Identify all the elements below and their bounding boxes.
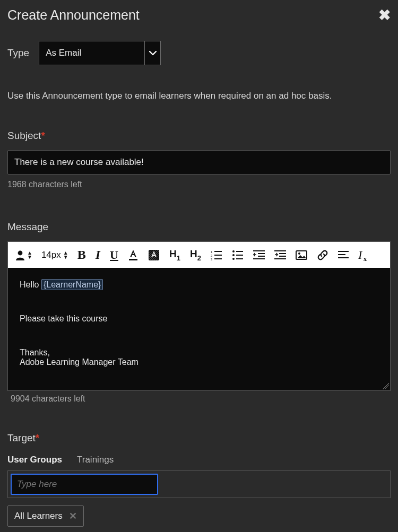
svg-rect-7 xyxy=(214,251,222,252)
svg-text:2: 2 xyxy=(211,254,213,257)
tab-user-groups[interactable]: User Groups xyxy=(7,455,62,465)
svg-rect-22 xyxy=(279,256,286,257)
message-body[interactable]: Hello {LearnerName} Please take this cou… xyxy=(8,268,390,390)
subject-block: Subject* 1968 characters left xyxy=(7,130,391,189)
message-line: Please take this course xyxy=(20,314,378,324)
svg-rect-27 xyxy=(338,254,345,255)
outdent-button[interactable] xyxy=(253,250,265,260)
type-value: As Email xyxy=(39,48,144,58)
svg-rect-23 xyxy=(274,258,286,259)
svg-rect-26 xyxy=(338,251,349,252)
rich-text-editor: ▲▼ 14px ▲▼ B I U H1 H2 123 xyxy=(7,241,391,391)
image-button[interactable] xyxy=(296,250,307,260)
svg-rect-19 xyxy=(253,258,265,259)
type-dropdown[interactable]: As Email xyxy=(39,41,161,65)
svg-rect-8 xyxy=(214,255,222,256)
svg-text:3: 3 xyxy=(211,258,213,260)
subject-counter: 1968 characters left xyxy=(7,180,391,189)
modal-title: Create Announcement xyxy=(7,7,140,23)
svg-rect-14 xyxy=(236,255,243,256)
chip-remove-icon[interactable]: ✕ xyxy=(69,510,77,522)
underline-button[interactable]: U xyxy=(110,248,118,262)
required-asterisk: * xyxy=(41,130,45,141)
learner-name-tag[interactable]: {LearnerName} xyxy=(41,279,103,290)
message-label: Message xyxy=(7,221,391,233)
user-font-group[interactable]: ▲▼ xyxy=(15,250,32,260)
font-size-selector[interactable]: 14px ▲▼ xyxy=(41,250,68,260)
svg-point-25 xyxy=(298,252,300,255)
message-line: Hello {LearnerName} xyxy=(20,280,378,290)
required-asterisk: * xyxy=(36,432,39,443)
svg-rect-21 xyxy=(279,253,286,254)
target-label: Target* xyxy=(7,432,391,444)
svg-rect-15 xyxy=(236,258,243,259)
sort-icon: ▲▼ xyxy=(63,251,68,259)
svg-rect-16 xyxy=(253,250,265,251)
svg-point-0 xyxy=(18,250,23,255)
create-announcement-modal: Create Announcement ✖ Type As Email Use … xyxy=(0,0,398,532)
type-help-text: Use this Announcement type to email lear… xyxy=(7,91,391,101)
svg-rect-18 xyxy=(258,256,265,257)
svg-point-12 xyxy=(232,258,235,260)
svg-text:1: 1 xyxy=(211,250,213,254)
subject-input[interactable] xyxy=(7,150,391,175)
highlight-button[interactable] xyxy=(148,249,160,261)
tab-trainings[interactable]: Trainings xyxy=(77,455,114,465)
heading1-button[interactable]: H1 xyxy=(169,248,180,261)
align-button[interactable] xyxy=(338,250,349,260)
heading2-button[interactable]: H2 xyxy=(190,248,201,261)
svg-rect-20 xyxy=(274,250,286,251)
bold-button[interactable]: B xyxy=(77,248,86,262)
target-chip[interactable]: All Learners ✕ xyxy=(7,505,84,527)
font-color-button[interactable] xyxy=(128,249,139,261)
message-line: Thanks, xyxy=(20,348,378,357)
target-input[interactable] xyxy=(11,474,158,495)
target-label-text: Target xyxy=(7,432,36,443)
svg-rect-9 xyxy=(214,258,222,259)
svg-point-10 xyxy=(232,250,235,252)
message-counter: 9904 characters left xyxy=(11,394,391,404)
message-block: Message ▲▼ 14px ▲▼ B I U xyxy=(7,221,391,404)
svg-rect-13 xyxy=(236,251,243,252)
editor-toolbar: ▲▼ 14px ▲▼ B I U H1 H2 123 xyxy=(8,242,390,268)
target-block: Target* User Groups Trainings All Learne… xyxy=(7,432,391,527)
font-size-value: 14px xyxy=(41,250,61,260)
chevron-down-icon xyxy=(144,41,160,65)
indent-button[interactable] xyxy=(274,250,286,260)
svg-rect-17 xyxy=(258,253,265,254)
type-row: Type As Email xyxy=(7,41,391,65)
message-line: Adobe Learning Manager Team xyxy=(20,357,378,367)
person-icon xyxy=(15,250,25,260)
subject-label: Subject* xyxy=(7,130,391,142)
close-icon[interactable]: ✖ xyxy=(378,8,391,23)
unordered-list-button[interactable] xyxy=(232,250,244,260)
link-button[interactable] xyxy=(317,249,328,261)
sort-icon: ▲▼ xyxy=(27,251,32,259)
svg-point-11 xyxy=(232,254,235,256)
chip-label: All Learners xyxy=(14,511,63,521)
target-tabs: User Groups Trainings xyxy=(7,455,391,465)
type-label: Type xyxy=(7,47,29,59)
clear-format-button[interactable]: Ix xyxy=(358,248,362,262)
italic-button[interactable]: I xyxy=(96,248,100,262)
subject-label-text: Subject xyxy=(7,130,41,141)
ordered-list-button[interactable]: 123 xyxy=(211,250,222,260)
target-field[interactable] xyxy=(7,470,391,498)
svg-rect-28 xyxy=(338,257,349,258)
svg-rect-1 xyxy=(129,259,137,260)
modal-header: Create Announcement ✖ xyxy=(7,7,391,23)
